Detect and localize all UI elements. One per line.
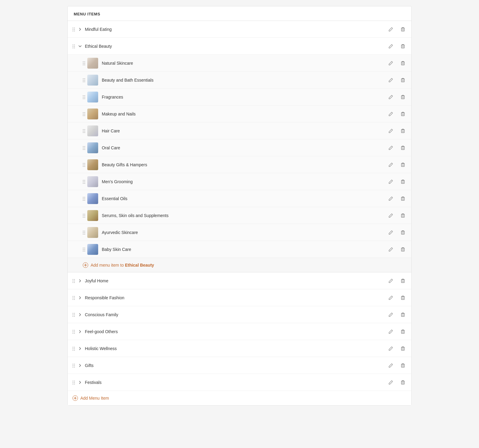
label-mindful-eating: Mindful Eating [85,27,387,32]
delete-hair-care[interactable] [399,127,407,135]
delete-fragrances[interactable] [399,93,407,101]
edit-essential-oils[interactable] [387,195,394,202]
svg-rect-9 [401,180,404,183]
drag-handle-gifts[interactable] [72,364,77,367]
delete-essential-oils[interactable] [399,195,407,202]
menu-row-mindful-eating: Mindful Eating [68,21,411,38]
menu-row-joyful-home: Joyful Home [68,272,411,289]
edit-ethical-beauty[interactable] [387,43,394,50]
menu-row-beauty-bath: Beauty and Bath Essentials [68,72,411,89]
svg-rect-6 [401,130,404,133]
edit-hair-care[interactable] [387,127,394,135]
delete-beauty-gifts[interactable] [399,161,407,168]
chevron-right-festivals[interactable] [77,379,83,385]
add-child-item-row: Add menu item to Ethical Beauty [68,258,411,272]
drag-handle-mindful-eating[interactable] [72,28,77,31]
add-root-plus-icon [72,395,78,401]
drag-handle-essential-oils[interactable] [83,197,87,200]
delete-mens-grooming[interactable] [399,178,407,185]
menu-row-conscious-family: Conscious Family [68,306,411,323]
svg-rect-7 [401,147,404,150]
edit-feel-good[interactable] [387,328,394,335]
delete-responsible-fashion[interactable] [399,294,407,301]
delete-oral-care[interactable] [399,144,407,151]
menu-row-beauty-gifts: Beauty Gifts & Hampers [68,156,411,173]
drag-handle-oral-care[interactable] [83,146,87,150]
delete-gifts[interactable] [399,362,407,369]
edit-beauty-bath[interactable] [387,76,394,84]
label-serums: Serums, Skin oils and Supplements [102,213,387,218]
edit-mens-grooming[interactable] [387,178,394,185]
edit-fragrances[interactable] [387,93,394,101]
label-gifts: Gifts [85,363,387,368]
chevron-right-responsible-fashion[interactable] [77,295,83,301]
label-fragrances: Fragrances [102,95,387,99]
edit-makeup-nails[interactable] [387,110,394,118]
label-baby-skin: Baby Skin Care [102,247,387,252]
edit-natural-skincare[interactable] [387,60,394,67]
edit-gifts[interactable] [387,362,394,369]
menu-row-baby-skin: Baby Skin Care [68,241,411,258]
thumb-natural-skincare [87,58,98,69]
chevron-right-joyful-home[interactable] [77,278,83,284]
delete-holistic-wellness[interactable] [399,345,407,352]
add-root-item-label: Add Menu Item [80,396,109,401]
delete-mindful-eating[interactable] [399,26,407,33]
drag-handle-natural-skincare[interactable] [83,61,87,65]
drag-handle-beauty-gifts[interactable] [83,163,87,167]
drag-handle-hair-care[interactable] [83,129,87,133]
svg-rect-12 [401,231,404,234]
edit-ayurvedic[interactable] [387,229,394,236]
delete-ayurvedic[interactable] [399,229,407,236]
delete-beauty-bath[interactable] [399,76,407,84]
delete-natural-skincare[interactable] [399,60,407,67]
drag-handle-joyful-home[interactable] [72,279,77,283]
chevron-right-gifts[interactable] [77,362,83,368]
delete-makeup-nails[interactable] [399,110,407,118]
edit-joyful-home[interactable] [387,277,394,284]
delete-conscious-family[interactable] [399,311,407,318]
drag-handle-beauty-bath[interactable] [83,78,87,82]
drag-handle-ayurvedic[interactable] [83,231,87,234]
chevron-down-ethical-beauty[interactable] [77,43,83,49]
drag-handle-feel-good[interactable] [72,330,77,333]
drag-handle-fragrances[interactable] [83,95,87,99]
drag-handle-holistic-wellness[interactable] [72,347,77,350]
edit-conscious-family[interactable] [387,311,394,318]
drag-handle-responsible-fashion[interactable] [72,296,77,300]
delete-ethical-beauty[interactable] [399,43,407,50]
edit-beauty-gifts[interactable] [387,161,394,168]
menu-row-festivals: Festivals [68,374,411,391]
edit-serums[interactable] [387,212,394,219]
edit-oral-care[interactable] [387,144,394,151]
drag-handle-baby-skin[interactable] [83,248,87,251]
drag-handle-serums[interactable] [83,214,87,217]
delete-festivals[interactable] [399,379,407,386]
drag-handle-festivals[interactable] [72,381,77,384]
edit-responsible-fashion[interactable] [387,294,394,301]
drag-handle-conscious-family[interactable] [72,313,77,317]
label-hair-care: Hair Care [102,128,387,133]
add-child-item-button[interactable]: Add menu item to Ethical Beauty [83,262,154,268]
add-root-item-button[interactable]: Add Menu Item [72,395,109,401]
delete-baby-skin[interactable] [399,246,407,253]
drag-handle-makeup-nails[interactable] [83,112,87,116]
delete-feel-good[interactable] [399,328,407,335]
menu-row-oral-care: Oral Care [68,139,411,156]
edit-holistic-wellness[interactable] [387,345,394,352]
delete-joyful-home[interactable] [399,277,407,284]
delete-serums[interactable] [399,212,407,219]
svg-rect-22 [401,381,404,384]
edit-mindful-eating[interactable] [387,26,394,33]
svg-rect-21 [401,364,404,367]
drag-handle-mens-grooming[interactable] [83,180,87,183]
edit-festivals[interactable] [387,379,394,386]
chevron-right-holistic-wellness[interactable] [77,346,83,352]
edit-baby-skin[interactable] [387,246,394,253]
chevron-right-conscious-family[interactable] [77,312,83,318]
thumb-hair-care [87,125,98,136]
drag-handle-ethical-beauty[interactable] [72,44,77,48]
chevron-right-mindful-eating[interactable] [77,26,83,32]
label-makeup-nails: Makeup and Nails [102,112,387,116]
chevron-right-feel-good[interactable] [77,329,83,335]
